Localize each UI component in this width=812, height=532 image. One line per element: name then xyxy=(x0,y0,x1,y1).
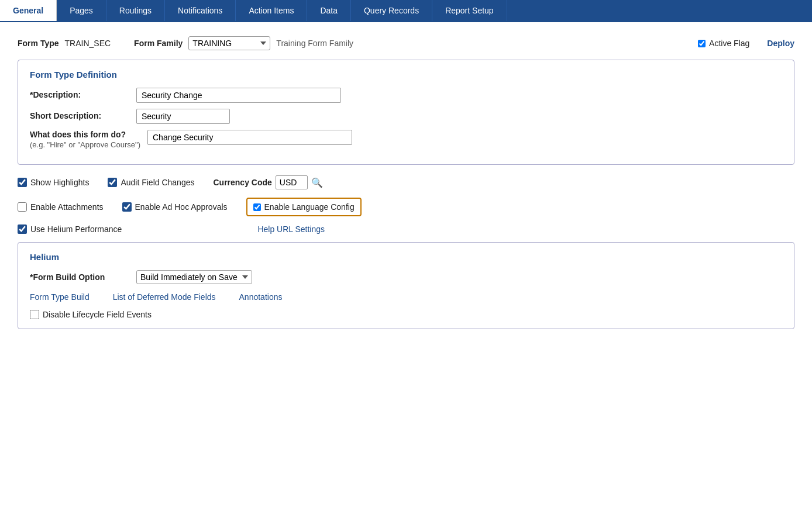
active-flag-label: Active Flag xyxy=(709,39,749,48)
helium-section-box: Helium *Form Build Option Build Immediat… xyxy=(18,242,794,329)
form-family-description: Training Form Family xyxy=(276,39,353,48)
active-flag-checkbox[interactable] xyxy=(698,40,706,47)
audit-field-checkbox[interactable] xyxy=(108,178,117,187)
show-highlights-checkbox[interactable] xyxy=(18,178,27,187)
show-highlights-item: Show Highlights xyxy=(18,178,89,187)
what-does-row: What does this form do? (e.g. "Hire" or … xyxy=(30,130,782,149)
use-helium-label: Use Helium Performance xyxy=(30,224,122,234)
enable-attachments-label: Enable Attachments xyxy=(30,202,104,212)
show-highlights-label: Show Highlights xyxy=(30,178,89,187)
form-type-group: Form Type TRAIN_SEC xyxy=(18,39,111,48)
tab-notifications[interactable]: Notifications xyxy=(165,0,236,21)
description-row: *Description: xyxy=(30,88,782,103)
tab-data[interactable]: Data xyxy=(307,0,351,21)
what-does-sublabel: (e.g. "Hire" or "Approve Course") xyxy=(30,140,140,149)
disable-lifecycle-item: Disable Lifecycle Field Events xyxy=(30,310,782,319)
tab-bar: General Pages Routings Notifications Act… xyxy=(0,0,812,22)
short-description-label: Short Description: xyxy=(30,109,129,120)
enable-language-label: Enable Language Config xyxy=(264,202,355,212)
use-helium-item: Use Helium Performance xyxy=(18,224,122,234)
tab-general[interactable]: General xyxy=(0,0,57,21)
checkboxes-row-2: Enable Attachments Enable Ad Hoc Approva… xyxy=(18,198,794,216)
enable-adhoc-label: Enable Ad Hoc Approvals xyxy=(135,202,228,212)
deploy-link[interactable]: Deploy xyxy=(767,39,794,48)
enable-attachments-checkbox[interactable] xyxy=(18,202,27,212)
description-label: *Description: xyxy=(30,88,129,99)
tab-query-records[interactable]: Query Records xyxy=(351,0,432,21)
audit-field-item: Audit Field Changes xyxy=(108,178,194,187)
form-type-build-link[interactable]: Form Type Build xyxy=(30,292,90,302)
currency-code-label: Currency Code xyxy=(213,178,271,187)
help-url-link[interactable]: Help URL Settings xyxy=(257,224,325,234)
disable-lifecycle-checkbox[interactable] xyxy=(30,310,39,319)
form-type-definition-box: Form Type Definition *Description: Short… xyxy=(18,60,794,165)
form-build-option-select[interactable]: Build Immediately on Save Deferred Mode … xyxy=(136,270,252,284)
form-build-option-row: *Form Build Option Build Immediately on … xyxy=(30,270,782,284)
tab-action-items[interactable]: Action Items xyxy=(236,0,307,21)
form-build-option-label: *Form Build Option xyxy=(30,272,129,282)
list-deferred-link[interactable]: List of Deferred Mode Fields xyxy=(113,292,216,302)
helium-links-row: Form Type Build List of Deferred Mode Fi… xyxy=(30,292,782,302)
form-family-group: Form Family TRAINING Training Form Famil… xyxy=(134,36,353,50)
currency-search-icon[interactable]: 🔍 xyxy=(311,177,323,188)
what-does-input[interactable] xyxy=(147,130,352,145)
short-description-row: Short Description: xyxy=(30,109,782,124)
enable-adhoc-item: Enable Ad Hoc Approvals xyxy=(122,202,228,212)
what-does-label: What does this form do? xyxy=(30,130,140,139)
main-content: Form Type TRAIN_SEC Form Family TRAINING… xyxy=(0,22,812,354)
audit-field-label: Audit Field Changes xyxy=(121,178,194,187)
tab-report-setup[interactable]: Report Setup xyxy=(432,0,507,21)
top-fields-row: Form Type TRAIN_SEC Form Family TRAINING… xyxy=(18,36,794,50)
short-description-input[interactable] xyxy=(136,109,230,124)
currency-code-group: Currency Code 🔍 xyxy=(213,175,322,189)
form-type-value: TRAIN_SEC xyxy=(65,39,111,48)
currency-code-input[interactable] xyxy=(276,175,308,189)
active-flag-group: Active Flag Deploy xyxy=(698,39,794,48)
enable-language-highlight: Enable Language Config xyxy=(246,198,362,216)
disable-lifecycle-label: Disable Lifecycle Field Events xyxy=(43,310,152,319)
tab-routings[interactable]: Routings xyxy=(106,0,165,21)
form-family-label: Form Family xyxy=(134,39,183,48)
form-family-select[interactable]: TRAINING xyxy=(188,36,270,50)
use-helium-checkbox[interactable] xyxy=(18,224,27,234)
helium-section-title: Helium xyxy=(30,252,782,262)
enable-adhoc-checkbox[interactable] xyxy=(122,202,132,212)
checkboxes-row-1: Show Highlights Audit Field Changes Curr… xyxy=(18,175,794,189)
annotations-link[interactable]: Annotations xyxy=(239,292,283,302)
enable-language-checkbox[interactable] xyxy=(253,203,261,211)
section-title: Form Type Definition xyxy=(30,70,782,80)
form-type-label: Form Type xyxy=(18,39,59,48)
enable-attachments-item: Enable Attachments xyxy=(18,202,104,212)
checkboxes-row-3: Use Helium Performance Help URL Settings xyxy=(18,224,794,234)
tab-pages[interactable]: Pages xyxy=(57,0,106,21)
description-input[interactable] xyxy=(136,88,341,103)
